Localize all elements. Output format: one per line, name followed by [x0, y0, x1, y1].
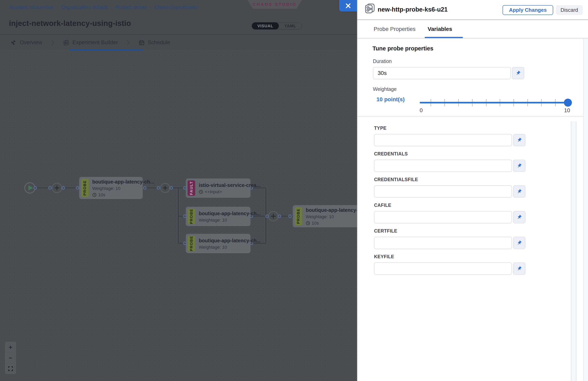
canvas-zoom-controls: + −	[5, 342, 16, 374]
variable-row: CREDENTIALSFILE	[374, 177, 529, 198]
node-title: boutique-app-latency-ch...	[92, 179, 141, 185]
tab-schedule-label: Schedule	[148, 40, 170, 46]
node-weightage: Weightage: 10	[199, 245, 249, 250]
node-duration: <+input>	[205, 189, 222, 194]
variable-input[interactable]	[374, 237, 512, 249]
breadcrumb-chaos-experiments[interactable]: Chaos Experiments	[155, 4, 198, 10]
tab-schedule[interactable]: Schedule	[139, 40, 170, 46]
clock-icon	[199, 190, 203, 194]
pin-runtime-input-button[interactable]	[513, 211, 525, 223]
probe-node[interactable]: PROBE boutique-app-latency-ch... Weighta…	[186, 234, 250, 253]
fullscreen-button[interactable]	[5, 363, 16, 374]
chaos-studio-ribbon: CHAOS STUDIO	[247, 0, 302, 9]
probe-icon	[364, 2, 375, 14]
duration-label: Duration	[373, 58, 392, 64]
pin-runtime-input-button[interactable]	[512, 67, 524, 79]
add-node-button[interactable]	[269, 212, 278, 221]
probe-node[interactable]: PROBE boutique-app-latency-ch... Weighta…	[293, 205, 357, 227]
probe-node[interactable]: PROBE boutique-app-latency-ch... Weighta…	[79, 177, 143, 199]
drawer-tabbar: Probe Properties Variables	[357, 20, 588, 39]
variable-input[interactable]	[374, 134, 512, 146]
pin-runtime-input-button[interactable]	[513, 185, 525, 198]
probe-badge: PROBE	[81, 179, 89, 197]
close-drawer-button[interactable]	[339, 0, 357, 11]
slider-track[interactable]	[420, 102, 572, 104]
variable-input[interactable]	[374, 185, 512, 198]
pin-icon	[517, 137, 522, 143]
pinwheel-icon	[11, 40, 17, 46]
tab-probe-properties[interactable]: Probe Properties	[374, 26, 416, 32]
node-title: istio-virtual-service-crea...	[199, 182, 249, 188]
node-duration: 10s	[312, 221, 319, 226]
variable-label: CAFILE	[374, 203, 529, 208]
variable-input[interactable]	[374, 160, 512, 172]
tab-experiment-builder[interactable]: Experiment Builder	[63, 40, 118, 46]
drawer-scrollbar[interactable]	[583, 39, 588, 381]
probe-name-title: new-http-probe-ks6-u21	[378, 6, 448, 13]
probe-badge: PROBE	[294, 207, 302, 225]
page-header: Account: chaos-dev › Organization: defau…	[0, 0, 357, 35]
zoom-out-button[interactable]: −	[5, 353, 16, 363]
chaos-studio-label: CHAOS STUDIO	[252, 2, 296, 7]
clock-icon	[92, 193, 97, 197]
zoom-in-button[interactable]: +	[5, 342, 16, 352]
probe-badge: PROBE	[188, 209, 195, 224]
chaos-studio-screen: PROBE boutique-app-latency-ch... Weighta…	[0, 0, 588, 381]
breadcrumb-account[interactable]: Account: chaos-dev	[9, 4, 53, 10]
add-node-button[interactable]	[161, 183, 170, 192]
drawer-body: Tune probe properties Duration Weightage…	[357, 39, 588, 381]
pin-icon	[517, 163, 522, 168]
variable-row: CREDENTIALS	[374, 151, 529, 172]
node-weightage: Weightage: 10	[306, 214, 357, 219]
pin-runtime-input-button[interactable]	[513, 237, 525, 249]
run-experiment-button[interactable]	[25, 183, 35, 193]
visual-toggle-option[interactable]: VISUAL	[252, 22, 279, 29]
clock-icon	[306, 221, 310, 225]
breadcrumb-project[interactable]: Project: demo	[116, 4, 146, 10]
yaml-toggle-option[interactable]: YAML	[279, 23, 302, 29]
add-node-button[interactable]	[52, 183, 62, 193]
active-tab-underline	[425, 37, 463, 38]
tab-overview[interactable]: Overview	[11, 40, 42, 46]
pin-runtime-input-button[interactable]	[513, 262, 525, 275]
fault-node[interactable]: FAULT istio-virtual-service-crea... <+in…	[186, 179, 250, 198]
tab-variables[interactable]: Variables	[428, 26, 452, 32]
pin-runtime-input-button[interactable]	[513, 160, 525, 172]
builder-icon	[63, 40, 69, 46]
drawer-header: new-http-probe-ks6-u21 Apply Changes Dis…	[357, 0, 588, 20]
node-title: boutique-app-latency-ch...	[306, 207, 357, 213]
pin-runtime-input-button[interactable]	[513, 134, 525, 146]
variables-section: TYPE CREDENTIALS	[357, 118, 588, 381]
plus-icon: +	[9, 343, 13, 351]
variable-input[interactable]	[374, 262, 512, 275]
weightage-value: 10 point(s)	[377, 96, 405, 103]
pin-icon	[517, 266, 522, 271]
variable-label: TYPE	[374, 126, 529, 131]
tab-overview-label: Overview	[20, 40, 42, 46]
variable-input[interactable]	[374, 211, 512, 223]
breadcrumb-organization[interactable]: Organization: default	[61, 4, 107, 10]
variable-label: KEYFILE	[374, 254, 529, 259]
pin-icon	[517, 215, 522, 220]
slider-handle[interactable]	[564, 99, 572, 106]
weightage-slider[interactable]	[420, 94, 573, 112]
node-weightage: Weightage: 10	[199, 218, 249, 223]
discard-button[interactable]: Discard	[556, 5, 583, 15]
close-icon	[345, 3, 351, 9]
variables-scrollbar[interactable]	[571, 121, 576, 381]
variable-label: CREDENTIALSFILE	[374, 177, 529, 182]
chevron-right-icon	[51, 40, 54, 45]
probe-badge: PROBE	[188, 236, 195, 251]
duration-field-group	[373, 67, 524, 79]
breadcrumb-separator-icon: ›	[149, 5, 151, 10]
probe-node[interactable]: PROBE boutique-app-latency-ch... Weighta…	[186, 207, 250, 226]
minus-icon: −	[9, 354, 13, 362]
apply-changes-button[interactable]: Apply Changes	[503, 5, 553, 15]
weightage-label: Weightage	[373, 86, 397, 92]
slider-max-label: 10	[564, 107, 570, 114]
duration-input[interactable]	[373, 67, 511, 79]
experiment-canvas[interactable]: PROBE boutique-app-latency-ch... Weighta…	[0, 50, 357, 381]
active-tab-underline	[69, 49, 143, 50]
pin-icon	[516, 70, 521, 76]
tab-experiment-builder-label: Experiment Builder	[72, 40, 118, 46]
